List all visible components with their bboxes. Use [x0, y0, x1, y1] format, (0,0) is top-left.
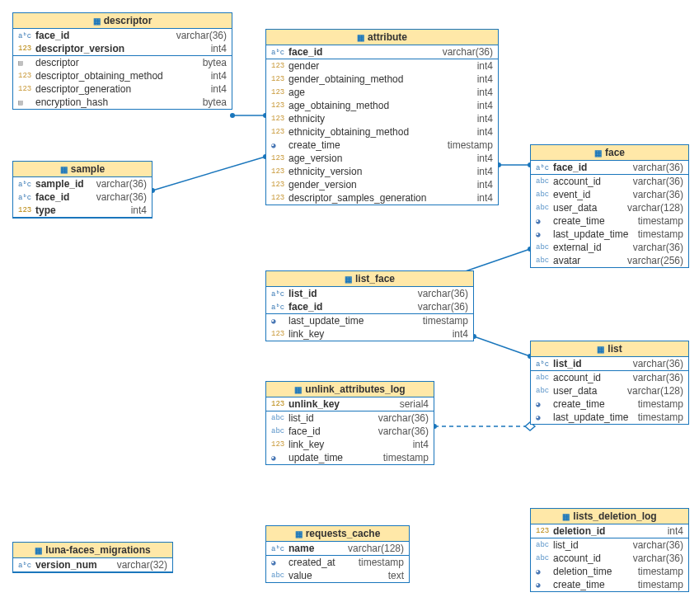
- int-icon: 123: [271, 167, 286, 176]
- table-title: list_face: [355, 273, 395, 284]
- table-header: ▦ attribute: [266, 30, 498, 45]
- table-header: ▦ lists_deletion_log: [531, 509, 688, 524]
- table-header: ▦ luna-faces_migrations: [13, 543, 172, 558]
- int-icon: 123: [271, 154, 286, 162]
- varchar-icon: abc: [271, 427, 286, 435]
- column-row: ▤descriptorbytea: [13, 56, 232, 69]
- int-pk-icon: 123: [271, 400, 286, 408]
- column-row: 123ageint4: [266, 86, 498, 99]
- table-header: ▦ requests_cache: [266, 526, 409, 542]
- column-row: ▤encryption_hashbytea: [13, 96, 232, 109]
- column-row: 123deletion_idint4: [531, 524, 688, 538]
- varchar-icon: abc: [271, 571, 286, 580]
- column-row: abcuser_datavarchar(128): [531, 384, 688, 397]
- int-pk-icon: 123: [18, 45, 33, 53]
- timestamp-icon: ◕: [271, 454, 286, 463]
- table-unlink-attributes-log: ▦ unlink_attributes_log 123unlink_keyser…: [265, 381, 434, 465]
- table-icon: ▦: [562, 512, 570, 521]
- column-row: aᵇcsample_idvarchar(36): [13, 177, 152, 190]
- column-row: ◕last_update_timetimestamp: [531, 411, 688, 424]
- varchar-pk-icon: aᵇc: [271, 544, 286, 553]
- table-icon: ▦: [60, 165, 68, 174]
- column-row: ◕created_attimestamp: [266, 556, 409, 569]
- column-row: abclist_idvarchar(36): [531, 538, 688, 552]
- table-list-face: ▦ list_face aᵇclist_idvarchar(36) aᵇcfac…: [265, 270, 474, 341]
- column-row: aᵇcversion_numvarchar(32): [13, 558, 172, 571]
- table-header: ▦ sample: [13, 162, 152, 177]
- column-row: 123age_obtaining_methodint4: [266, 99, 498, 112]
- int-icon: 123: [271, 101, 286, 110]
- column-row: 123gender_obtaining_methodint4: [266, 73, 498, 86]
- int-icon: 123: [271, 128, 286, 136]
- column-row: 123ethnicityint4: [266, 112, 498, 125]
- table-lists-deletion-log: ▦ lists_deletion_log 123deletion_idint4 …: [530, 508, 689, 592]
- varchar-icon: abc: [536, 387, 551, 395]
- column-row: abcuser_datavarchar(128): [531, 201, 688, 214]
- column-row: aᵇcface_idvarchar(36): [531, 161, 688, 174]
- column-row: aᵇcface_idvarchar(36): [266, 45, 498, 59]
- table-icon: ▦: [295, 529, 303, 538]
- int-icon: 123: [271, 330, 286, 338]
- column-row: abcavatarvarchar(256): [531, 254, 688, 267]
- bytea-icon: ▤: [18, 59, 33, 68]
- table-title: descriptor: [104, 15, 152, 26]
- table-list: ▦ list aᵇclist_idvarchar(36) abcaccount_…: [530, 341, 689, 425]
- table-sample: ▦ sample aᵇcsample_idvarchar(36) aᵇcface…: [12, 161, 152, 219]
- column-row: aᵇclist_idvarchar(36): [266, 287, 473, 300]
- column-row: abclist_idvarchar(36): [266, 411, 434, 425]
- column-row: abcaccount_idvarchar(36): [531, 552, 688, 565]
- table-attribute: ▦ attribute aᵇcface_idvarchar(36) 123gen…: [265, 29, 499, 205]
- table-header: ▦ list_face: [266, 271, 473, 287]
- column-row: ◕update_timetimestamp: [266, 451, 434, 464]
- timestamp-icon: ◕: [536, 413, 551, 422]
- column-row: abcaccount_idvarchar(36): [531, 371, 688, 384]
- table-luna-faces-migrations: ▦ luna-faces_migrations aᵇcversion_numva…: [12, 542, 173, 573]
- timestamp-icon: ◕: [536, 230, 551, 239]
- varchar-pk-icon: aᵇc: [18, 193, 33, 202]
- table-title: unlink_attributes_log: [305, 383, 405, 395]
- varchar-icon: abc: [536, 190, 551, 199]
- table-title: requests_cache: [306, 528, 381, 539]
- column-row: aᵇcface_idvarchar(36): [266, 300, 473, 313]
- table-icon: ▦: [357, 33, 364, 42]
- int-icon: 123: [271, 194, 286, 202]
- column-row: ◕create_timetimestamp: [531, 397, 688, 411]
- column-row: abcaccount_idvarchar(36): [531, 175, 688, 188]
- varchar-icon: abc: [536, 204, 551, 212]
- varchar-pk-icon: aᵇc: [18, 31, 33, 40]
- table-title: sample: [71, 163, 105, 175]
- int-icon: 123: [271, 181, 286, 189]
- timestamp-icon: ◕: [271, 558, 286, 567]
- varchar-icon: abc: [536, 541, 551, 549]
- timestamp-icon: ◕: [536, 567, 551, 576]
- int-pk-icon: 123: [536, 527, 551, 535]
- column-row: 123typeint4: [13, 204, 152, 217]
- table-header: ▦ unlink_attributes_log: [266, 382, 434, 397]
- bytea-icon: ▤: [18, 98, 33, 107]
- column-row: ◕create_timetimestamp: [266, 139, 498, 152]
- column-row: 123descriptor_obtaining_methodint4: [13, 69, 232, 82]
- column-row: aᵇcnamevarchar(128): [266, 542, 409, 555]
- varchar-icon: abc: [536, 256, 551, 265]
- timestamp-icon: ◕: [536, 217, 551, 226]
- int-pk-icon: 123: [18, 206, 33, 214]
- varchar-icon: abc: [536, 374, 551, 382]
- varchar-pk-icon: aᵇc: [536, 163, 551, 172]
- table-requests-cache: ▦ requests_cache aᵇcnamevarchar(128) ◕cr…: [265, 525, 410, 583]
- varchar-icon: abc: [271, 414, 286, 422]
- table-title: luna-faces_migrations: [45, 544, 150, 556]
- varchar-pk-icon: aᵇc: [271, 289, 286, 299]
- column-row: 123ethnicity_obtaining_methodint4: [266, 125, 498, 139]
- column-row: 123link_keyint4: [266, 327, 473, 341]
- svg-point-0: [230, 113, 235, 118]
- int-icon: 123: [271, 62, 286, 70]
- table-header: ▦ face: [531, 145, 688, 161]
- varchar-pk-icon: aᵇc: [271, 303, 286, 312]
- column-row: 123genderint4: [266, 59, 498, 73]
- varchar-pk-icon: aᵇc: [18, 561, 33, 570]
- column-row: abcexternal_idvarchar(36): [531, 241, 688, 254]
- table-icon: ▦: [93, 16, 101, 26]
- table-header: ▦ list: [531, 341, 688, 357]
- int-icon: 123: [271, 75, 286, 83]
- varchar-pk-icon: aᵇc: [18, 180, 33, 189]
